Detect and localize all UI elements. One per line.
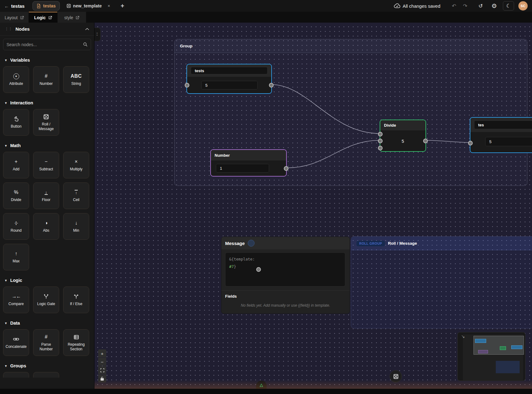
input-port-b[interactable] <box>378 139 383 143</box>
input-port[interactable] <box>185 83 190 88</box>
node-tes[interactable]: tes 5 <box>470 117 532 153</box>
node-card-max[interactable]: ↑ Max <box>3 244 29 270</box>
panel-collapse-handle[interactable]: ⌄ ⌃ <box>94 28 101 41</box>
undo-icon[interactable]: ↶ <box>448 1 460 11</box>
node-value-input[interactable]: 5 <box>485 137 532 146</box>
section-logic[interactable]: ▼ Logic <box>4 278 90 283</box>
node-tests[interactable]: tests 5 <box>186 64 272 94</box>
doc-tab-label: testas <box>43 3 55 8</box>
roll-port-circle[interactable] <box>248 240 255 247</box>
node-body: 5 <box>187 77 271 94</box>
node-card-roll-message[interactable]: Roll / Message <box>33 109 59 136</box>
section-variables[interactable]: ▼ Variables <box>4 58 90 63</box>
divider <box>221 290 350 291</box>
output-port[interactable] <box>423 139 428 143</box>
node-message[interactable]: Message &{template: #7} Fields No fields… <box>221 237 350 314</box>
dark-mode-moon-icon[interactable]: ☾ <box>503 1 514 11</box>
section-groups[interactable]: ▼ Groups <box>4 363 90 368</box>
new-tab-button[interactable]: + <box>121 2 124 10</box>
section-data[interactable]: ▼ Data <box>4 321 90 326</box>
zoom-out-button[interactable]: − <box>98 358 106 366</box>
data-grid: Concatenate # Parse Number Repeating Sec… <box>0 329 94 356</box>
lock-button[interactable] <box>98 374 106 383</box>
input-port-c[interactable] <box>378 146 383 151</box>
node-card-add[interactable]: + Add <box>3 152 29 178</box>
node-value-input[interactable]: 5 <box>201 81 258 90</box>
times-icon: × <box>75 159 77 165</box>
node-card-abs[interactable]: ◑ Abs <box>33 213 59 240</box>
logic-canvas[interactable]: Group ROLL GROUP Roll / Message tests 5 <box>94 23 532 389</box>
node-name-input[interactable]: tests <box>191 67 268 74</box>
node-number[interactable]: Number 1 <box>210 149 287 177</box>
close-tab-icon[interactable]: × <box>107 3 110 8</box>
history-icon[interactable]: ↺ <box>475 1 486 11</box>
node-value-input[interactable]: 1 <box>216 164 269 173</box>
node-card-logic-gate[interactable]: Logic Gate <box>33 287 59 313</box>
drag-handle-icon[interactable]: ⋮⋮ <box>5 27 12 31</box>
node-card-if-else[interactable]: If / Else <box>63 287 89 313</box>
node-card-parse-number[interactable]: # Parse Number <box>33 329 59 356</box>
back-button[interactable]: ← testas <box>4 3 24 9</box>
console-toggle-tab[interactable]: △ <box>256 381 267 389</box>
node-name-input[interactable]: tes <box>474 120 532 129</box>
node-card-concatenate[interactable]: Concatenate <box>3 329 29 356</box>
minimap-node-tes <box>511 345 522 349</box>
tab-logic[interactable]: Logic <box>29 12 57 23</box>
node-card-repeating-section[interactable]: Repeating Section <box>63 329 89 356</box>
node-card-compare[interactable]: →← Compare <box>3 287 29 313</box>
doc-tab-label: new_template <box>73 3 102 8</box>
output-port[interactable] <box>269 83 274 88</box>
zoom-in-button[interactable]: + <box>98 349 106 357</box>
node-card-attribute[interactable]: ★ Attribute <box>3 66 29 93</box>
node-result-value: 5 <box>402 139 404 144</box>
template-port[interactable] <box>256 267 261 272</box>
node-divide[interactable]: Divide 5 <box>380 120 426 152</box>
node-card-button[interactable]: Button <box>3 109 29 136</box>
user-avatar[interactable]: SC <box>518 1 528 11</box>
template-editor[interactable]: &{template: #7} <box>225 252 345 287</box>
section-interaction[interactable]: ▼ Interaction <box>4 100 90 105</box>
minus-icon: − <box>45 159 47 165</box>
fork-branch-icon <box>74 293 79 300</box>
arrow-up-to-bar-icon: ↑ <box>75 189 78 195</box>
minimap[interactable]: ↘ <box>457 332 525 381</box>
node-card-subtract[interactable]: − Subtract <box>33 152 59 178</box>
roll-group-header[interactable]: ROLL GROUP Roll / Message <box>351 237 532 250</box>
settings-gear-icon[interactable]: ⚙ <box>489 1 500 11</box>
doc-tab-new-template[interactable]: new_template × <box>63 1 114 11</box>
node-card-string[interactable]: ABC String <box>63 66 89 93</box>
green-triangle-icon: △ <box>260 383 263 387</box>
node-card-min[interactable]: ↓ Min <box>63 213 89 240</box>
fit-view-button[interactable] <box>98 366 106 374</box>
node-card-multiply[interactable]: × Multiply <box>63 152 89 178</box>
redo-icon[interactable]: ↷ <box>460 1 471 11</box>
search-input[interactable] <box>7 42 83 47</box>
nodes-panel-header: ⋮⋮ Nodes <box>0 23 94 36</box>
chevron-up-icon[interactable] <box>85 28 89 30</box>
roll-message-group[interactable]: ROLL GROUP Roll / Message <box>351 236 532 328</box>
tab-style[interactable]: style <box>58 12 86 23</box>
section-math[interactable]: ▼ Math <box>4 143 90 148</box>
node-card-divide[interactable]: % Divide <box>3 182 29 209</box>
hash-icon: # <box>45 334 48 340</box>
group-header[interactable]: Group <box>175 39 527 53</box>
input-port-a[interactable] <box>378 132 383 137</box>
tab-layout[interactable]: Layout <box>0 12 28 23</box>
node-card-ceil[interactable]: ↑ Ceil <box>63 182 89 209</box>
arrow-down-icon: ↓ <box>75 220 77 226</box>
node-card-round[interactable]: ▲ ▼ Round <box>3 213 29 240</box>
node-card-group-stub[interactable] <box>33 372 59 378</box>
input-port[interactable] <box>468 141 473 146</box>
node-card-number[interactable]: # Number <box>33 66 59 93</box>
node-card-floor[interactable]: ↓ Floor <box>33 182 59 209</box>
section-label: Math <box>10 143 21 148</box>
node-title: Divide <box>384 123 396 128</box>
external-link-icon <box>76 16 79 20</box>
code-line: &{template: <box>229 256 341 263</box>
output-port[interactable] <box>284 166 289 171</box>
node-title: Number <box>215 153 230 158</box>
doc-tab-testas[interactable]: testas <box>33 1 59 11</box>
node-card-group-stub[interactable] <box>3 372 29 378</box>
roll-dice-fab[interactable] <box>390 370 402 383</box>
panel-title: Nodes <box>15 26 30 32</box>
